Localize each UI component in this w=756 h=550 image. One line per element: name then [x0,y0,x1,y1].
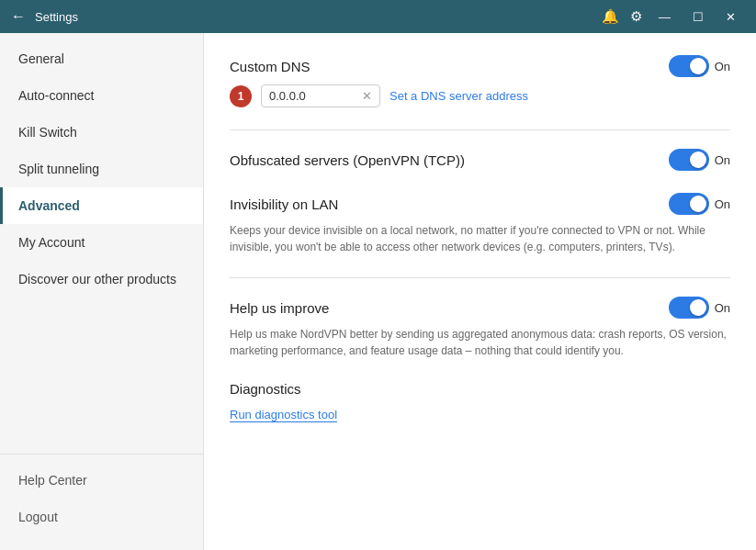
help-improve-toggle-thumb [690,299,706,316]
sidebar-item-my-account[interactable]: My Account [0,224,203,261]
invisibility-desc: Keeps your device invisible on a local n… [230,222,730,255]
sidebar-item-help-center[interactable]: Help Center [0,462,203,499]
custom-dns-toggle-label: On [715,60,730,73]
minimize-button[interactable]: — [649,0,680,33]
help-improve-toggle-track[interactable] [669,297,709,319]
window-controls: — ☐ ✕ [649,0,745,33]
dns-input-row: 1 ✕ Set a DNS server address [230,84,730,107]
dns-input[interactable] [269,89,362,103]
sidebar-item-kill-switch[interactable]: Kill Switch [0,114,203,151]
maximize-button[interactable]: ☐ [683,0,713,33]
help-improve-desc: Help us make NordVPN better by sending u… [230,326,730,359]
help-improve-section: Help us improve On Help us make NordVPN … [230,297,730,359]
sidebar-item-split-tunneling[interactable]: Split tunneling [0,151,203,187]
invisibility-header: Invisibility on LAN On [230,193,730,215]
diagnostics-title: Diagnostics [230,381,301,397]
sidebar-item-advanced[interactable]: Advanced [0,187,203,224]
titlebar: ← Settings 🔔 ⚙ — ☐ ✕ [0,0,756,33]
sidebar-item-auto-connect[interactable]: Auto-connect [0,77,203,114]
bell-icon[interactable]: 🔔 [602,8,619,25]
obfuscated-toggle-label: On [715,153,730,167]
obfuscated-title: Obfuscated servers (OpenVPN (TCP)) [230,152,465,168]
obfuscated-section: Obfuscated servers (OpenVPN (TCP)) On [230,149,730,171]
sidebar-nav: General Auto-connect Kill Switch Split t… [0,33,203,454]
invisibility-title: Invisibility on LAN [230,196,338,212]
custom-dns-header: Custom DNS On [230,55,730,77]
invisibility-toggle-track[interactable] [669,193,709,215]
sidebar-item-discover[interactable]: Discover our other products [0,261,203,297]
back-button[interactable]: ← [11,8,26,25]
obfuscated-toggle[interactable]: On [669,149,730,171]
custom-dns-title: Custom DNS [230,59,310,74]
sidebar: General Auto-connect Kill Switch Split t… [0,33,204,550]
invisibility-toggle[interactable]: On [669,193,730,215]
obfuscated-toggle-thumb [690,152,706,168]
close-button[interactable]: ✕ [717,0,745,33]
content-area: Custom DNS On 1 ✕ Set a DNS server addre… [204,33,756,550]
dns-clear-icon[interactable]: ✕ [362,89,372,103]
diagnostics-header: Diagnostics [230,381,730,397]
gear-icon[interactable]: ⚙ [630,8,642,25]
custom-dns-toggle-track[interactable] [669,55,709,77]
dns-input-wrap: ✕ [261,84,380,107]
invisibility-toggle-thumb [690,196,706,212]
titlebar-title: Settings [35,10,602,24]
divider-1 [230,129,730,130]
run-diagnostics-link[interactable]: Run diagnostics tool [230,408,337,422]
help-improve-toggle-label: On [715,301,730,315]
dns-server-link[interactable]: Set a DNS server address [389,89,528,103]
divider-2 [230,277,730,278]
main-layout: General Auto-connect Kill Switch Split t… [0,33,756,550]
custom-dns-toggle[interactable]: On [669,55,730,77]
invisibility-section: Invisibility on LAN On Keeps your device… [230,193,730,255]
diagnostics-section: Diagnostics Run diagnostics tool [230,381,730,422]
obfuscated-toggle-track[interactable] [669,149,709,171]
sidebar-item-general[interactable]: General [0,40,203,77]
help-improve-header: Help us improve On [230,297,730,319]
help-improve-title: Help us improve [230,300,329,316]
sidebar-item-logout[interactable]: Logout [0,499,203,535]
custom-dns-section: Custom DNS On 1 ✕ Set a DNS server addre… [230,55,730,107]
custom-dns-toggle-thumb [690,58,706,74]
obfuscated-header: Obfuscated servers (OpenVPN (TCP)) On [230,149,730,171]
invisibility-toggle-label: On [715,197,730,211]
help-improve-toggle[interactable]: On [669,297,730,319]
titlebar-icons: 🔔 ⚙ [602,8,642,25]
dns-badge: 1 [230,85,252,107]
sidebar-bottom: Help Center Logout [0,454,203,550]
